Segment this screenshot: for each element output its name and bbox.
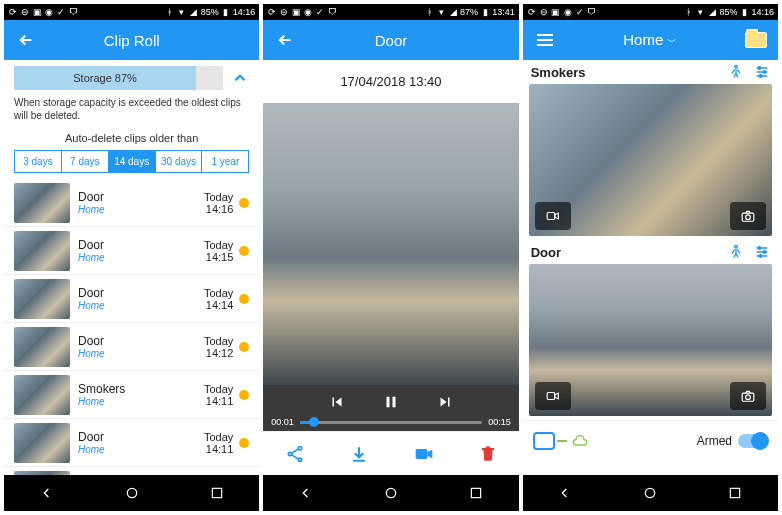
cloud-status[interactable] <box>533 432 591 450</box>
phone-cliproll: ⟳ ⊖ ▣ ◉ ✓ ⛉ ᚼ ▾ ◢ 85% ▮ 14:16 Clip Roll … <box>4 4 259 511</box>
pause-button[interactable] <box>382 393 400 411</box>
shield-icon: ⛉ <box>68 7 78 17</box>
clip-item[interactable]: DoorHomeToday14:11 <box>4 419 259 467</box>
svg-point-18 <box>758 247 761 250</box>
hamburger-icon <box>537 34 553 46</box>
svg-point-5 <box>289 452 292 455</box>
clip-time: 14:16 <box>206 203 234 215</box>
folder-icon <box>745 32 767 48</box>
wifi-icon: ▾ <box>695 7 705 17</box>
svg-point-17 <box>735 245 738 248</box>
minus-icon: ⊖ <box>20 7 30 17</box>
svg-point-20 <box>759 255 762 258</box>
nav-back[interactable] <box>37 483 57 503</box>
motion-icon[interactable] <box>728 244 744 260</box>
storage-bar: Storage 87% <box>14 66 223 90</box>
back-button[interactable] <box>273 28 297 52</box>
svg-point-23 <box>746 395 751 400</box>
video-view[interactable] <box>263 103 518 385</box>
shield-icon: ⛉ <box>327 7 337 17</box>
clip-item[interactable]: Door Home Today 14:16 <box>4 179 259 227</box>
storage-fill: Storage 87% <box>14 66 196 90</box>
autodelete-options: 3 days 7 days 14 days 30 days 1 year <box>14 150 249 173</box>
svg-point-10 <box>735 65 738 68</box>
nav-home[interactable] <box>122 483 142 503</box>
record-button[interactable] <box>535 382 571 410</box>
nav-back[interactable] <box>555 483 575 503</box>
unread-dot-icon <box>239 342 249 352</box>
app-bar: Door <box>263 20 518 60</box>
nav-bar <box>4 475 259 511</box>
camera-button[interactable] <box>413 444 435 464</box>
option-30days[interactable]: 30 days <box>155 150 203 173</box>
sync-icon: ⟳ <box>267 7 277 17</box>
camera-preview[interactable] <box>529 84 772 236</box>
clip-thumbnail <box>14 183 70 223</box>
svg-point-8 <box>386 488 395 497</box>
record-button[interactable] <box>535 202 571 230</box>
back-button[interactable] <box>14 28 38 52</box>
delete-button[interactable] <box>479 444 497 464</box>
phone-playback: ⟳ ⊖ ▣ ◉ ✓ ⛉ ᚼ ▾ ◢ 87% ▮ 13:41 Door 17/04… <box>263 4 518 511</box>
option-7days[interactable]: 7 days <box>61 150 109 173</box>
page-title: Door <box>297 32 484 49</box>
camera-section: Smokers <box>523 60 778 240</box>
share-button[interactable] <box>285 444 305 464</box>
camera-name: Smokers <box>531 65 586 80</box>
camera-preview[interactable] <box>529 264 772 416</box>
svg-rect-7 <box>416 449 428 459</box>
option-14days[interactable]: 14 days <box>108 150 156 173</box>
nav-bar <box>523 475 778 511</box>
badge-icon: ◉ <box>303 7 313 17</box>
check-icon: ✓ <box>56 7 66 17</box>
clip-thumbnail <box>14 423 70 463</box>
clip-item[interactable]: DoorHomeToday14:14 <box>4 275 259 323</box>
settings-sliders-icon[interactable] <box>754 64 770 80</box>
app-bar: Clip Roll <box>4 20 259 60</box>
svg-point-4 <box>299 446 302 449</box>
clip-name: Door <box>78 190 105 204</box>
prev-button[interactable] <box>328 393 346 411</box>
clip-item[interactable]: SmokersHomeToday14:11 <box>4 371 259 419</box>
next-button[interactable] <box>436 393 454 411</box>
sync-icon: ⟳ <box>527 7 537 17</box>
nav-back[interactable] <box>296 483 316 503</box>
clip-item[interactable]: DoorHomeToday14:15 <box>4 227 259 275</box>
nav-recent[interactable] <box>207 483 227 503</box>
nav-home[interactable] <box>640 483 660 503</box>
clip-item[interactable]: DoorHomeToday <box>4 467 259 475</box>
cloud-icon <box>569 433 591 449</box>
nav-home[interactable] <box>381 483 401 503</box>
motion-icon[interactable] <box>728 64 744 80</box>
elapsed-time: 00:01 <box>271 417 294 427</box>
page-title: Clip Roll <box>38 32 225 49</box>
option-3days[interactable]: 3 days <box>14 150 62 173</box>
clip-thumbnail <box>14 279 70 319</box>
menu-button[interactable] <box>533 28 557 52</box>
phone-home: ⟳ ⊖ ▣ ◉ ✓ ⛉ ᚼ ▾ ◢ 85% ▮ 14:16 Home ﹀ <box>523 4 778 511</box>
svg-point-6 <box>299 458 302 461</box>
app-bar: Home ﹀ <box>523 20 778 60</box>
check-icon: ✓ <box>575 7 585 17</box>
clips-folder-button[interactable] <box>744 28 768 52</box>
sync-icon: ⟳ <box>8 7 18 17</box>
unread-dot-icon <box>239 438 249 448</box>
settings-sliders-icon[interactable] <box>754 244 770 260</box>
snapshot-button[interactable] <box>730 382 766 410</box>
seek-bar[interactable] <box>300 421 482 424</box>
storage-note: When storage capacity is exceeded the ol… <box>4 96 259 128</box>
camera-section: Door <box>523 240 778 420</box>
player-bar: 00:01 00:15 <box>263 385 518 431</box>
download-button[interactable] <box>349 444 369 464</box>
armed-toggle[interactable] <box>738 434 768 448</box>
nav-recent[interactable] <box>466 483 486 503</box>
svg-rect-14 <box>547 213 555 220</box>
snapshot-button[interactable] <box>730 202 766 230</box>
collapse-button[interactable] <box>231 69 249 87</box>
location-dropdown[interactable]: Home ﹀ <box>557 31 744 49</box>
option-1year[interactable]: 1 year <box>201 150 249 173</box>
svg-rect-1 <box>212 488 221 497</box>
bottom-bar: Armed <box>523 420 778 460</box>
nav-recent[interactable] <box>725 483 745 503</box>
clip-item[interactable]: DoorHomeToday14:12 <box>4 323 259 371</box>
